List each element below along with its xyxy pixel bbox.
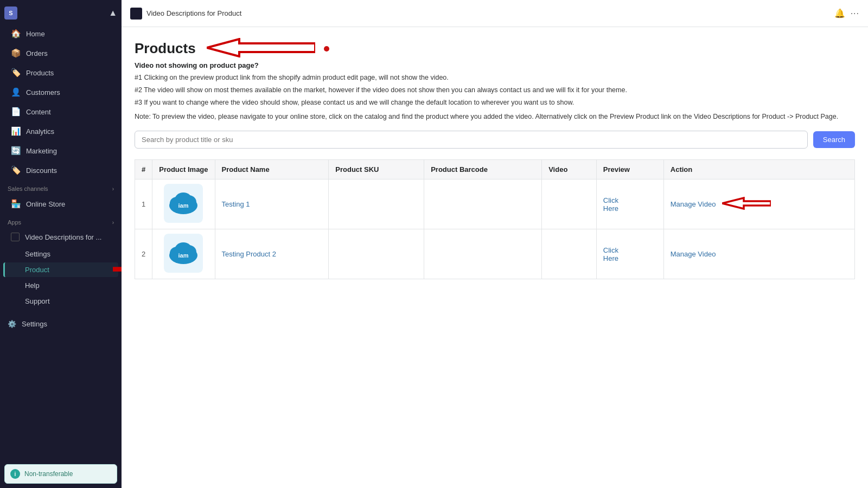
main-area: Video Descriptions for Product 🔔 ··· Pro… [122, 0, 868, 488]
product-name-cell: Testing 1 [215, 179, 329, 229]
sidebar-subitem-support[interactable]: Support [3, 294, 118, 309]
product-action-cell: Manage Video [663, 179, 854, 229]
sidebar-item-customers[interactable]: 👤 Customers [3, 83, 118, 101]
sidebar-item-label: Content [26, 108, 51, 116]
product-name-link-2[interactable]: Testing Product 2 [222, 250, 276, 258]
product-barcode-cell [424, 179, 542, 229]
product-sku-cell [329, 179, 424, 229]
col-preview: Preview [596, 160, 663, 179]
search-button[interactable]: Search [813, 131, 855, 148]
product-name-link[interactable]: Testing 1 [222, 200, 250, 208]
col-image: Product Image [152, 160, 215, 179]
col-video: Video [542, 160, 597, 179]
online-store-icon: 🏪 [11, 199, 21, 209]
product-barcode-cell [424, 229, 542, 279]
svg-text:iam: iam [178, 202, 189, 209]
sales-channels-section: Sales channels › [0, 180, 122, 194]
info-line-3: #3 If you want to change where the video… [135, 98, 855, 108]
svg-marker-0 [113, 264, 122, 274]
manage-video-link[interactable]: Manage Video [671, 200, 716, 208]
page-heading-row: Products [135, 38, 855, 59]
chevron-right-icon: › [112, 186, 114, 192]
sidebar-item-label: Home [26, 30, 45, 38]
preview-click-here-link-2[interactable]: ClickHere [603, 246, 657, 262]
product-preview-cell: ClickHere [596, 179, 663, 229]
sidebar-item-label: Customers [26, 88, 60, 97]
product-sku-cell [329, 229, 424, 279]
content-area: Products Video not showing on product pa… [122, 27, 868, 488]
sidebar-bottom: i Non-transferable [0, 460, 122, 488]
col-num: # [135, 160, 152, 179]
product-name-cell: Testing Product 2 [215, 229, 329, 279]
sidebar-subitem-product[interactable]: Product [3, 262, 118, 277]
sidebar-header: S ▲ [0, 0, 122, 24]
row-num: 2 [135, 229, 152, 279]
app-icon [11, 233, 20, 241]
product-video-cell [542, 179, 597, 229]
marketing-icon: 🔄 [11, 146, 21, 156]
info-note: Note: To preview the video, please navig… [135, 112, 855, 122]
table-header: # Product Image Product Name Product SKU… [135, 160, 855, 179]
info-box: Video not showing on product page? #1 Cl… [135, 61, 855, 122]
info-line-1: #1 Clicking on the preview product link … [135, 73, 855, 83]
products-arrow-annotation [207, 38, 315, 59]
sidebar-item-marketing[interactable]: 🔄 Marketing [3, 142, 118, 160]
sidebar-item-online-store[interactable]: 🏪 Online Store [3, 195, 118, 213]
info-line-2: #2 The video will show on most themes av… [135, 85, 855, 95]
col-name: Product Name [215, 160, 329, 179]
sidebar-logo: S [4, 7, 17, 20]
customers-icon: 👤 [11, 87, 21, 97]
row-num: 1 [135, 179, 152, 229]
sidebar-item-analytics[interactable]: 📊 Analytics [3, 122, 118, 140]
manage-video-link-2[interactable]: Manage Video [671, 250, 716, 258]
topbar-title: Video Descriptions for Product [146, 9, 830, 17]
content-icon: 📄 [11, 107, 21, 117]
sidebar-item-video-desc[interactable]: Video Descriptions for ... [3, 228, 118, 246]
sidebar-subitem-help[interactable]: Help [3, 278, 118, 293]
notification-bell-icon[interactable]: 🔔 [834, 8, 845, 18]
sidebar-item-orders[interactable]: 📦 Orders [3, 44, 118, 62]
preview-click-here-link[interactable]: ClickHere [603, 196, 657, 213]
product-preview-cell: ClickHere [596, 229, 663, 279]
sidebar: S ▲ 🏠 Home 📦 Orders 🏷️ Products 👤 Custom… [0, 0, 122, 488]
col-sku: Product SKU [329, 160, 424, 179]
product-image: iam [164, 234, 203, 273]
iam-cloud-svg: iam [164, 184, 203, 223]
manage-video-arrow-annotation [722, 197, 771, 211]
sidebar-item-content[interactable]: 📄 Content [3, 102, 118, 121]
sidebar-item-label: Analytics [26, 127, 54, 136]
search-input[interactable] [135, 131, 808, 149]
sidebar-item-label: Online Store [26, 200, 65, 208]
sidebar-subitem-settings[interactable]: Settings [3, 247, 118, 261]
chevron-right-icon: › [112, 220, 114, 226]
sidebar-item-label: Products [26, 69, 54, 77]
red-dot-annotation [324, 46, 329, 52]
logo-icon: S [4, 7, 17, 20]
product-arrow-annotation [113, 262, 122, 277]
sidebar-scroll-up[interactable]: ▲ [108, 8, 117, 18]
sidebar-item-label: Video Descriptions for ... [25, 233, 101, 241]
product-image-cell: iam [152, 229, 215, 279]
sidebar-item-home[interactable]: 🏠 Home [3, 24, 118, 43]
more-options-icon[interactable]: ··· [851, 9, 859, 18]
svg-marker-1 [207, 39, 315, 56]
orders-icon: 📦 [11, 48, 21, 58]
sidebar-item-products[interactable]: 🏷️ Products [3, 63, 118, 82]
page-title: Products [135, 40, 196, 57]
discounts-icon: 🏷️ [11, 165, 21, 175]
sidebar-item-label: Orders [26, 49, 48, 57]
sidebar-item-discounts[interactable]: 🏷️ Discounts [3, 161, 118, 179]
iam-cloud-svg-2: iam [164, 234, 203, 273]
manage-arrow-row: Manage Video [671, 197, 848, 211]
apps-section: Apps › [0, 214, 122, 228]
non-transferable-badge: i Non-transferable [4, 464, 117, 484]
settings-icon: ⚙️ [8, 320, 16, 328]
info-icon: i [10, 469, 20, 479]
svg-marker-8 [722, 198, 771, 209]
search-row: Search [135, 131, 855, 149]
sidebar-settings[interactable]: ⚙️ Settings [0, 316, 122, 332]
table-row: 1 iam [135, 179, 855, 229]
svg-text:iam: iam [178, 252, 189, 259]
col-barcode: Product Barcode [424, 160, 542, 179]
sidebar-item-label: Marketing [26, 147, 57, 155]
